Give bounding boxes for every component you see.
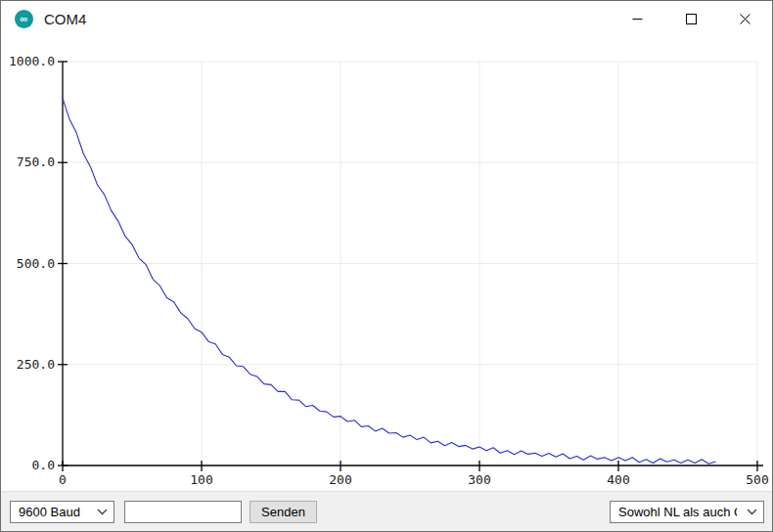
tick-labels: 01002003004005000.0250.0500.0750.01000.0 <box>9 54 769 487</box>
close-icon <box>740 14 750 24</box>
svg-text:0.0: 0.0 <box>32 458 55 472</box>
baud-rate-value: 9600 Baud <box>19 505 87 519</box>
arduino-logo-icon: ∞ <box>15 10 33 28</box>
send-button[interactable]: Senden <box>250 501 317 523</box>
minimize-icon <box>632 14 643 24</box>
maximize-icon <box>686 14 697 24</box>
svg-text:200: 200 <box>329 472 351 487</box>
axis-ticks <box>58 62 757 471</box>
minimize-button[interactable] <box>611 1 664 36</box>
chevron-down-icon <box>747 509 757 515</box>
baud-rate-select[interactable]: 9600 Baud <box>10 501 114 523</box>
serial-message-input[interactable] <box>124 501 242 523</box>
window-title: COM4 <box>44 11 86 27</box>
svg-text:750.0: 750.0 <box>17 155 55 169</box>
svg-text:100: 100 <box>190 472 212 487</box>
svg-text:500.0: 500.0 <box>17 256 55 271</box>
chevron-down-icon <box>97 509 108 515</box>
svg-text:500: 500 <box>746 472 768 487</box>
svg-text:250.0: 250.0 <box>17 357 55 372</box>
line-ending-value: Sowohl NL als auch CR <box>618 505 737 519</box>
close-button[interactable] <box>718 1 772 36</box>
plot-area: 01002003004005000.0250.0500.0750.01000.0 <box>1 36 773 493</box>
bottom-toolbar: 9600 Baud Senden Sowohl NL als auch CR <box>1 491 772 531</box>
svg-text:300: 300 <box>468 472 490 487</box>
svg-text:400: 400 <box>607 472 629 487</box>
svg-text:1000.0: 1000.0 <box>9 54 55 68</box>
serial-plot: 01002003004005000.0250.0500.0750.01000.0 <box>1 36 773 493</box>
titlebar: ∞ COM4 <box>1 1 772 36</box>
data-series <box>63 99 715 465</box>
gridlines <box>63 62 757 466</box>
maximize-button[interactable] <box>664 1 718 36</box>
serial-plotter-window: ∞ COM4 <box>0 0 773 532</box>
svg-text:0: 0 <box>59 472 67 487</box>
window-controls <box>611 1 772 36</box>
arduino-infinity-glyph: ∞ <box>21 14 28 24</box>
line-ending-select[interactable]: Sowohl NL als auch CR <box>610 501 764 523</box>
